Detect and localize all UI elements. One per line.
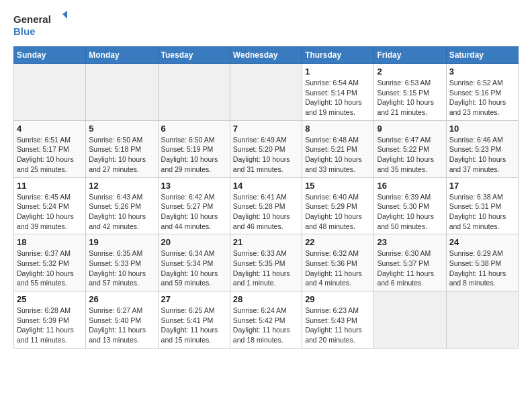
header-wednesday: Wednesday xyxy=(230,47,302,64)
header-sunday: Sunday xyxy=(14,47,86,64)
calendar-cell: 3Sunrise: 6:52 AMSunset: 5:16 PMDaylight… xyxy=(446,64,518,121)
calendar-cell: 13Sunrise: 6:42 AMSunset: 5:27 PMDayligh… xyxy=(158,177,230,234)
header-saturday: Saturday xyxy=(446,47,518,64)
calendar-cell: 28Sunrise: 6:24 AMSunset: 5:42 PMDayligh… xyxy=(230,291,302,349)
cell-day-number: 15 xyxy=(305,181,371,191)
calendar-cell: 15Sunrise: 6:40 AMSunset: 5:29 PMDayligh… xyxy=(302,177,374,234)
cell-info: Sunrise: 6:40 AMSunset: 5:29 PMDaylight:… xyxy=(305,192,371,232)
cell-day-number: 24 xyxy=(449,237,515,247)
calendar-cell: 1Sunrise: 6:54 AMSunset: 5:14 PMDaylight… xyxy=(302,64,374,121)
calendar-cell: 10Sunrise: 6:46 AMSunset: 5:23 PMDayligh… xyxy=(446,120,518,177)
cell-day-number: 19 xyxy=(89,237,154,247)
cell-day-number: 27 xyxy=(161,294,227,304)
cell-day-number: 10 xyxy=(449,124,515,134)
cell-info: Sunrise: 6:46 AMSunset: 5:23 PMDaylight:… xyxy=(449,135,515,175)
cell-info: Sunrise: 6:23 AMSunset: 5:43 PMDaylight:… xyxy=(305,306,371,345)
cell-info: Sunrise: 6:48 AMSunset: 5:21 PMDaylight:… xyxy=(305,135,371,175)
calendar-cell: 16Sunrise: 6:39 AMSunset: 5:30 PMDayligh… xyxy=(374,177,446,234)
calendar-table: SundayMondayTuesdayWednesdayThursdayFrid… xyxy=(13,46,519,349)
week-row-1: 1Sunrise: 6:54 AMSunset: 5:14 PMDaylight… xyxy=(14,64,519,121)
cell-day-number: 26 xyxy=(89,294,154,304)
cell-info: Sunrise: 6:34 AMSunset: 5:34 PMDaylight:… xyxy=(161,248,227,288)
calendar-cell: 6Sunrise: 6:50 AMSunset: 5:19 PMDaylight… xyxy=(158,120,230,177)
calendar-cell xyxy=(158,64,230,121)
cell-info: Sunrise: 6:42 AMSunset: 5:27 PMDaylight:… xyxy=(161,192,227,232)
calendar-cell: 18Sunrise: 6:37 AMSunset: 5:32 PMDayligh… xyxy=(14,234,86,291)
cell-info: Sunrise: 6:35 AMSunset: 5:33 PMDaylight:… xyxy=(89,248,154,288)
cell-day-number: 8 xyxy=(305,124,371,134)
cell-info: Sunrise: 6:43 AMSunset: 5:26 PMDaylight:… xyxy=(89,192,154,232)
calendar-cell xyxy=(86,64,158,121)
cell-info: Sunrise: 6:25 AMSunset: 5:41 PMDaylight:… xyxy=(161,306,227,345)
cell-info: Sunrise: 6:49 AMSunset: 5:20 PMDaylight:… xyxy=(233,135,299,175)
cell-day-number: 12 xyxy=(89,181,154,191)
cell-info: Sunrise: 6:32 AMSunset: 5:36 PMDaylight:… xyxy=(305,248,371,288)
calendar-cell: 14Sunrise: 6:41 AMSunset: 5:28 PMDayligh… xyxy=(230,177,302,234)
cell-info: Sunrise: 6:50 AMSunset: 5:19 PMDaylight:… xyxy=(161,135,227,175)
cell-info: Sunrise: 6:54 AMSunset: 5:14 PMDaylight:… xyxy=(305,78,371,118)
cell-info: Sunrise: 6:45 AMSunset: 5:24 PMDaylight:… xyxy=(17,192,83,232)
cell-info: Sunrise: 6:47 AMSunset: 5:22 PMDaylight:… xyxy=(377,135,443,175)
cell-info: Sunrise: 6:41 AMSunset: 5:28 PMDaylight:… xyxy=(233,192,299,232)
calendar-cell: 24Sunrise: 6:29 AMSunset: 5:38 PMDayligh… xyxy=(446,234,518,291)
cell-day-number: 29 xyxy=(305,294,371,304)
calendar-cell: 12Sunrise: 6:43 AMSunset: 5:26 PMDayligh… xyxy=(86,177,158,234)
cell-info: Sunrise: 6:53 AMSunset: 5:15 PMDaylight:… xyxy=(377,78,443,118)
calendar-cell: 2Sunrise: 6:53 AMSunset: 5:15 PMDaylight… xyxy=(374,64,446,121)
svg-marker-2 xyxy=(62,11,67,19)
calendar-cell: 27Sunrise: 6:25 AMSunset: 5:41 PMDayligh… xyxy=(158,291,230,349)
calendar-cell: 17Sunrise: 6:38 AMSunset: 5:31 PMDayligh… xyxy=(446,177,518,234)
cell-info: Sunrise: 6:50 AMSunset: 5:18 PMDaylight:… xyxy=(89,135,154,175)
cell-info: Sunrise: 6:51 AMSunset: 5:17 PMDaylight:… xyxy=(17,135,83,175)
week-row-5: 25Sunrise: 6:28 AMSunset: 5:39 PMDayligh… xyxy=(14,291,519,349)
cell-day-number: 7 xyxy=(233,124,299,134)
cell-day-number: 2 xyxy=(377,66,443,77)
cell-day-number: 11 xyxy=(17,181,83,191)
cell-info: Sunrise: 6:29 AMSunset: 5:38 PMDaylight:… xyxy=(449,248,515,288)
cell-day-number: 22 xyxy=(305,237,371,247)
cell-day-number: 16 xyxy=(377,181,443,191)
cell-info: Sunrise: 6:37 AMSunset: 5:32 PMDaylight:… xyxy=(17,248,83,288)
cell-info: Sunrise: 6:30 AMSunset: 5:37 PMDaylight:… xyxy=(377,248,443,288)
cell-day-number: 23 xyxy=(377,237,443,247)
cell-info: Sunrise: 6:38 AMSunset: 5:31 PMDaylight:… xyxy=(449,192,515,232)
cell-info: Sunrise: 6:39 AMSunset: 5:30 PMDaylight:… xyxy=(377,192,443,232)
week-row-2: 4Sunrise: 6:51 AMSunset: 5:17 PMDaylight… xyxy=(14,120,519,177)
cell-info: Sunrise: 6:52 AMSunset: 5:16 PMDaylight:… xyxy=(449,78,515,118)
calendar-cell xyxy=(374,291,446,349)
header-monday: Monday xyxy=(86,47,158,64)
header-thursday: Thursday xyxy=(302,47,374,64)
cell-info: Sunrise: 6:33 AMSunset: 5:35 PMDaylight:… xyxy=(233,248,299,288)
cell-day-number: 3 xyxy=(449,66,515,77)
calendar-cell xyxy=(446,291,518,349)
logo: General Blue xyxy=(13,11,67,41)
cell-day-number: 6 xyxy=(161,124,227,134)
cell-day-number: 4 xyxy=(17,124,83,134)
calendar-cell: 20Sunrise: 6:34 AMSunset: 5:34 PMDayligh… xyxy=(158,234,230,291)
cell-day-number: 21 xyxy=(233,237,299,247)
logo-svg: General Blue xyxy=(13,11,67,41)
week-row-3: 11Sunrise: 6:45 AMSunset: 5:24 PMDayligh… xyxy=(14,177,519,234)
calendar-cell: 21Sunrise: 6:33 AMSunset: 5:35 PMDayligh… xyxy=(230,234,302,291)
calendar-cell: 25Sunrise: 6:28 AMSunset: 5:39 PMDayligh… xyxy=(14,291,86,349)
calendar-cell: 11Sunrise: 6:45 AMSunset: 5:24 PMDayligh… xyxy=(14,177,86,234)
page-header: General Blue xyxy=(13,11,519,41)
week-row-4: 18Sunrise: 6:37 AMSunset: 5:32 PMDayligh… xyxy=(14,234,519,291)
calendar-cell: 26Sunrise: 6:27 AMSunset: 5:40 PMDayligh… xyxy=(86,291,158,349)
calendar-cell: 9Sunrise: 6:47 AMSunset: 5:22 PMDaylight… xyxy=(374,120,446,177)
calendar-cell: 23Sunrise: 6:30 AMSunset: 5:37 PMDayligh… xyxy=(374,234,446,291)
cell-day-number: 1 xyxy=(305,66,371,77)
calendar-cell: 29Sunrise: 6:23 AMSunset: 5:43 PMDayligh… xyxy=(302,291,374,349)
cell-day-number: 18 xyxy=(17,237,83,247)
header-tuesday: Tuesday xyxy=(158,47,230,64)
calendar-cell: 8Sunrise: 6:48 AMSunset: 5:21 PMDaylight… xyxy=(302,120,374,177)
calendar-cell xyxy=(14,64,86,121)
header-friday: Friday xyxy=(374,47,446,64)
calendar-cell: 19Sunrise: 6:35 AMSunset: 5:33 PMDayligh… xyxy=(86,234,158,291)
calendar-cell: 22Sunrise: 6:32 AMSunset: 5:36 PMDayligh… xyxy=(302,234,374,291)
svg-text:Blue: Blue xyxy=(13,26,36,37)
cell-info: Sunrise: 6:27 AMSunset: 5:40 PMDaylight:… xyxy=(89,306,154,345)
calendar-cell: 7Sunrise: 6:49 AMSunset: 5:20 PMDaylight… xyxy=(230,120,302,177)
calendar-cell xyxy=(230,64,302,121)
calendar-cell: 4Sunrise: 6:51 AMSunset: 5:17 PMDaylight… xyxy=(14,120,86,177)
